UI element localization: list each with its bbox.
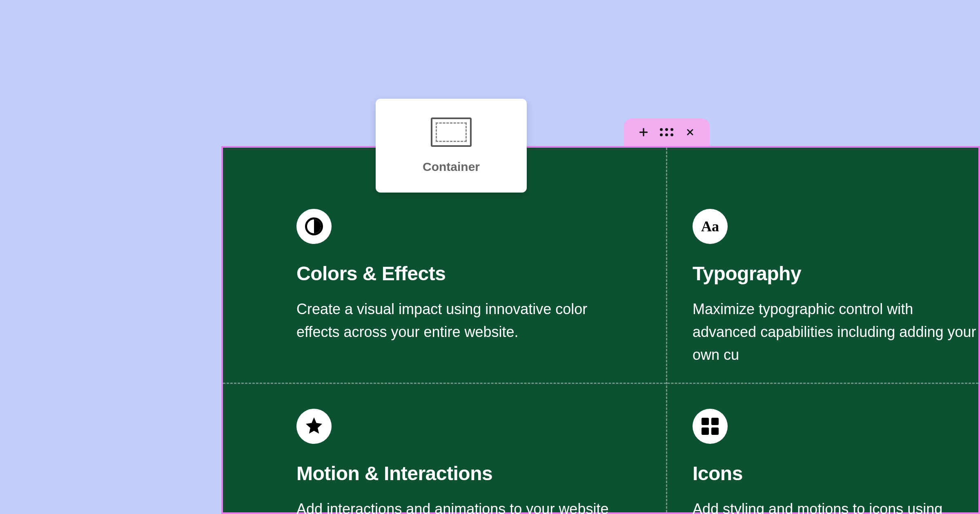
icon-badge [296, 209, 332, 244]
feature-title: Icons [693, 462, 978, 485]
feature-grid: Colors & Effects Create a visual impact … [223, 148, 978, 512]
add-button[interactable] [637, 126, 650, 139]
feature-title: Motion & Interactions [296, 462, 631, 485]
drag-icon [660, 128, 673, 136]
feature-title: Typography [693, 262, 978, 285]
grid-divider-vertical [666, 148, 667, 512]
feature-description: Add interactions and animations to your … [296, 498, 631, 514]
grid-icon [702, 418, 719, 435]
icon-badge [693, 409, 728, 444]
container-widget-tooltip[interactable]: Container [376, 99, 527, 193]
feature-description: Create a visual impact using innovative … [296, 298, 631, 343]
feature-description: Add styling and motions to icons using [693, 498, 978, 514]
feature-card-colors: Colors & Effects Create a visual impact … [296, 209, 631, 343]
plus-icon [638, 127, 649, 137]
feature-card-motion: Motion & Interactions Add interactions a… [296, 409, 631, 514]
feature-title: Colors & Effects [296, 262, 631, 285]
icon-badge [296, 409, 332, 444]
editor-canvas-section[interactable]: Colors & Effects Create a visual impact … [221, 146, 980, 514]
star-icon [304, 416, 324, 437]
close-icon [685, 127, 695, 137]
contrast-icon [305, 217, 323, 235]
feature-card-typography: Aa Typography Maximize typographic contr… [693, 209, 978, 366]
grid-divider-horizontal [223, 383, 978, 384]
container-label: Container [423, 160, 480, 174]
feature-description: Maximize typographic control with advanc… [693, 298, 978, 366]
section-toolbar [624, 118, 710, 146]
typography-icon: Aa [701, 218, 719, 235]
icon-badge: Aa [693, 209, 728, 244]
container-icon [431, 117, 472, 147]
drag-handle[interactable] [660, 126, 673, 139]
close-button[interactable] [684, 126, 697, 139]
feature-card-icons: Icons Add styling and motions to icons u… [693, 409, 978, 514]
